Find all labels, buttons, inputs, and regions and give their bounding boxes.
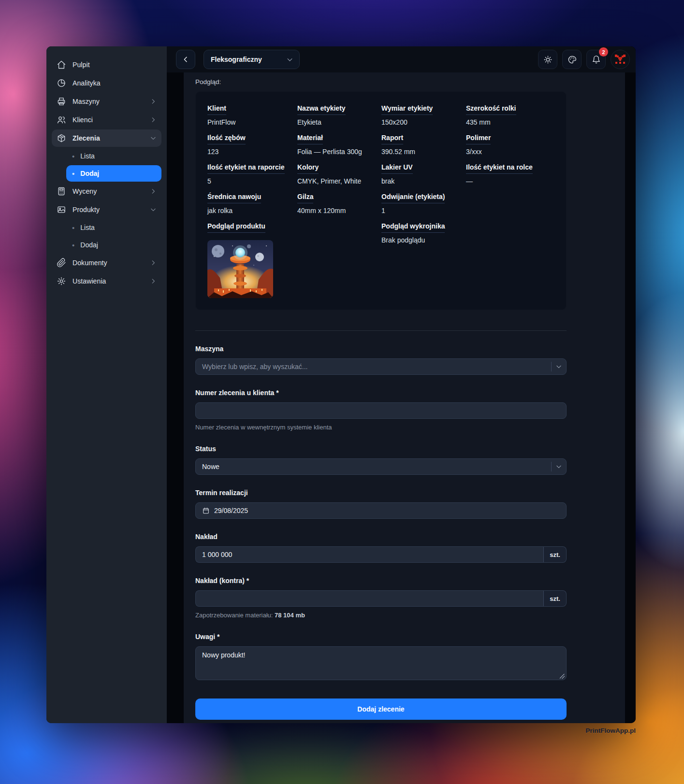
field-value: 5 xyxy=(207,177,211,185)
field-value: PrintFlow xyxy=(207,118,235,126)
status-select-value: Nowe xyxy=(202,463,219,470)
field-label: Odwijanie (etykieta) xyxy=(381,193,445,203)
image-icon xyxy=(57,205,66,214)
bell-icon xyxy=(592,55,601,64)
field-value: Etykieta xyxy=(297,118,321,126)
theme-toggle-button[interactable] xyxy=(538,50,557,69)
chevron-down-icon xyxy=(286,56,293,63)
sidebar-item-dokumenty[interactable]: Dokumenty xyxy=(52,254,161,271)
sidebar-item-maszyny[interactable]: Maszyny xyxy=(52,93,161,110)
field-label: Kolory xyxy=(297,163,319,174)
topbar-actions: 2 xyxy=(538,50,630,69)
sidebar-item-wyceny[interactable]: Wyceny xyxy=(52,183,161,200)
notification-badge: 2 xyxy=(599,47,608,57)
notes-label: Uwagi * xyxy=(195,633,567,641)
field-label: Klient xyxy=(207,104,226,115)
chevron-right-icon xyxy=(150,116,157,123)
due-date-label: Termin realizacji xyxy=(195,489,567,497)
sidebar-subitem-produkty-lista[interactable]: • Lista xyxy=(66,219,161,236)
back-button[interactable] xyxy=(176,50,195,69)
chevron-down-icon[interactable] xyxy=(552,463,566,470)
client-order-number-input[interactable] xyxy=(195,402,567,419)
home-icon xyxy=(57,60,66,70)
due-date-value: 29/08/2025 xyxy=(214,507,248,514)
sidebar-subitem-zlecenia-dodaj[interactable]: • Dodaj xyxy=(66,165,161,182)
sidebar-item-label: Klienci xyxy=(73,116,144,124)
machine-label: Maszyna xyxy=(195,345,567,353)
chevron-right-icon xyxy=(150,188,157,195)
field-value: 390.52 mm xyxy=(381,148,415,156)
field-value: 3/xxx xyxy=(466,148,482,156)
quantity-input[interactable] xyxy=(195,546,543,563)
field-label: Podgląd wykrojnika xyxy=(381,222,445,233)
preview-field: Wymiar etykiety150x200 xyxy=(381,104,466,126)
quantity-label: Nakład xyxy=(195,533,567,541)
status-select[interactable]: Nowe xyxy=(195,458,567,475)
field-label: Polimer xyxy=(466,134,491,144)
material-demand-value: 78 104 mb xyxy=(275,612,305,619)
notifications-button[interactable]: 2 xyxy=(586,50,606,69)
notes-textarea[interactable]: Nowy produkt! xyxy=(195,646,567,680)
machine-select[interactable]: Wybierz lub wpisz, aby wyszukać... xyxy=(195,358,567,375)
sidebar-item-label: Wyceny xyxy=(73,187,144,195)
sidebar-item-analityka[interactable]: Analityka xyxy=(52,74,161,92)
users-icon xyxy=(57,115,66,125)
package-icon xyxy=(57,133,66,143)
chevron-right-icon xyxy=(150,98,157,105)
preview-field: Szerokość rolki435 mm xyxy=(466,104,554,126)
machine-type-select[interactable]: Fleksograficzny xyxy=(204,50,300,69)
field-label: Ilość zębów xyxy=(207,134,246,144)
sidebar-item-produkty[interactable]: Produkty xyxy=(52,201,161,218)
due-date-input[interactable]: 29/08/2025 xyxy=(195,502,567,519)
chevron-right-icon xyxy=(150,278,157,285)
status-group: Status Nowe xyxy=(195,445,567,475)
printer-icon xyxy=(57,97,66,106)
section-divider xyxy=(195,330,567,331)
preview-field: Lakier UVbrak xyxy=(381,163,466,185)
sidebar-item-ustawienia[interactable]: Ustawienia xyxy=(52,272,161,290)
chevron-down-icon[interactable] xyxy=(552,363,566,370)
bullet-icon: • xyxy=(72,224,74,231)
counter-quantity-input[interactable] xyxy=(195,590,543,607)
machine-group: Maszyna Wybierz lub wpisz, aby wyszukać.… xyxy=(195,345,567,375)
sidebar-subitem-label: Lista xyxy=(80,152,95,160)
order-preview-card: KlientPrintFlow Nazwa etykietyEtykieta W… xyxy=(195,91,567,310)
preview-field: KoloryCMYK, Primer, White xyxy=(297,163,381,185)
field-value: 123 xyxy=(207,148,218,156)
submit-order-button[interactable]: Dodaj zlecenie xyxy=(195,698,567,720)
field-value: Brak podglądu xyxy=(381,236,425,244)
sidebar-item-label: Ustawienia xyxy=(73,277,144,285)
field-label: Podgląd produktu xyxy=(207,222,265,233)
field-label: Gilza xyxy=(297,193,313,203)
field-value: 150x200 xyxy=(381,118,407,126)
preview-field: Ilość etykiet na raporcie5 xyxy=(207,163,297,185)
material-demand-helper: Zapotrzebowanie materiału: 78 104 mb xyxy=(195,612,567,619)
bullet-icon: • xyxy=(72,170,74,177)
sidebar-item-label: Dokumenty xyxy=(73,259,144,267)
field-value: 1 xyxy=(381,207,385,214)
sidebar-item-klienci[interactable]: Klienci xyxy=(52,111,161,128)
sidebar-subitem-label: Dodaj xyxy=(80,241,98,249)
field-label: Średnica nawoju xyxy=(207,193,261,203)
chevron-right-icon xyxy=(150,259,157,266)
sidebar-item-pulpit[interactable]: Pulpit xyxy=(52,56,161,73)
sidebar-subitem-label: Lista xyxy=(80,224,95,231)
preview-section-label: Podgląd: xyxy=(195,78,625,86)
product-preview-image[interactable] xyxy=(207,240,273,298)
chevron-down-icon xyxy=(150,135,157,142)
field-value: jak rolka xyxy=(207,207,233,214)
status-label: Status xyxy=(195,445,567,453)
chevron-down-icon xyxy=(150,206,157,213)
appearance-button[interactable] xyxy=(562,50,582,69)
quantity-group: Nakład szt. xyxy=(195,533,567,563)
resize-handle-icon[interactable] xyxy=(560,674,565,679)
sidebar-item-zlecenia[interactable]: Zlecenia xyxy=(52,129,161,147)
sidebar-item-label: Zlecenia xyxy=(73,134,144,142)
field-value: 40mm x 120mm xyxy=(297,207,346,214)
sidebar-subitem-produkty-dodaj[interactable]: • Dodaj xyxy=(66,237,161,253)
quantity-unit: szt. xyxy=(543,546,567,563)
user-avatar[interactable] xyxy=(611,50,630,69)
counter-quantity-group: Nakład (kontra) * szt. Zapotrzebowanie m… xyxy=(195,577,567,619)
preview-field: KlientPrintFlow xyxy=(207,104,297,126)
sidebar-subitem-zlecenia-lista[interactable]: • Lista xyxy=(66,148,161,164)
